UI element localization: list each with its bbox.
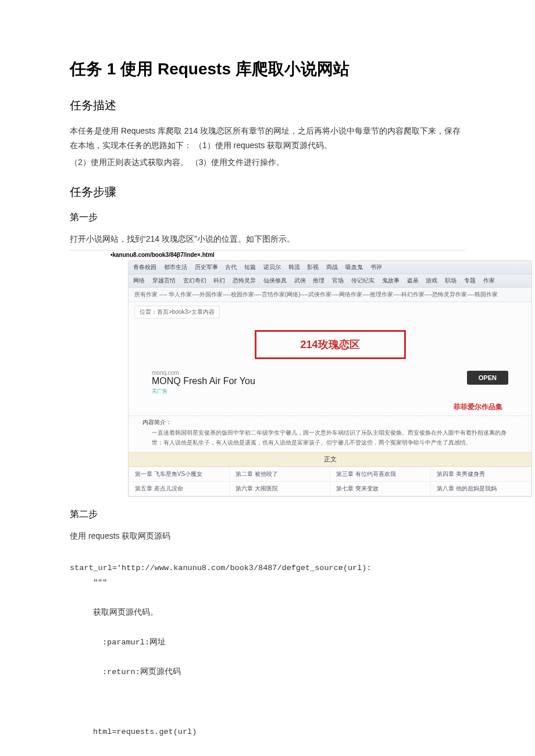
content-heading: 正文 [129,452,532,467]
section-task-desc: 任务描述 [70,98,465,113]
nav-item[interactable]: 游戏 [426,277,437,284]
code-line: html=requests.get(url) [70,725,465,740]
table-row: 第五章 差点儿没命 第六章 大闹医院 第七章 突来变故 第八章 他的后妈是我妈 [129,481,532,496]
nav-item[interactable]: 韩流 [288,264,300,270]
chapter-table: 第一章 飞车星角VS小魔女 第二章 被他咬了 第三章 有位约哥喜欢我 第四章 美… [129,467,532,496]
nav-item[interactable]: 吸血鬼 [345,264,363,270]
nav-item[interactable]: 推理 [313,277,324,284]
ad-domain: monq.com [152,370,255,376]
chapter-link[interactable]: 第一章 飞车星角VS小魔女 [129,467,230,481]
nav-item[interactable]: 短篇 [244,264,256,270]
novel-title-box: 214玫瑰恋区 [255,330,406,359]
nav-item[interactable]: 网络 [133,277,145,284]
intro-body: 一直迷着韩国明星安俊基的饭田中学初二年级学生宁馨儿，因一次意外车祸结识了乐队主唱… [142,428,518,447]
para-desc-1: 本任务是使用 Requests 库爬取 214 玫瑰恋区所有章节的网址，之后再将… [70,124,465,153]
nav-item[interactable]: 穿越言情 [152,277,176,284]
chapter-link[interactable]: 第七章 突来变故 [330,481,431,496]
intro-block: 内容简介： 一直迷着韩国明星安俊基的饭田中学初二年级学生宁馨儿，因一次意外车祸结… [129,415,532,452]
nav-item[interactable]: 恐怖灵异 [233,277,256,284]
nav-item[interactable]: 作家 [483,277,495,284]
author-links-row: 所有作家 ---- 华人作家----外国作家----校园作家----言情作家(网… [129,288,532,302]
nav-item[interactable]: 官场 [332,277,344,284]
ad-text-block: monq.com MONQ Fresh Air For You [152,370,255,386]
code-line: :return:网页源代码 [70,665,465,680]
nav-item[interactable]: 诺贝尔 [263,264,281,270]
chapter-link[interactable]: 第六章 大闹医院 [230,481,330,496]
ad-close-link[interactable]: 关广告 [129,388,532,395]
nav-item[interactable]: 古代 [225,264,237,270]
breadcrumb: 位置：首页>book3>文章内容 [134,306,220,318]
ad-headline: MONQ Fresh Air For You [152,376,255,386]
step-1-heading: 第一步 [70,212,465,224]
nav-item[interactable]: 都市生活 [164,264,187,270]
nav-item[interactable]: 玄幻奇幻 [183,277,206,284]
address-bar: •kanunu8.com/book3/84β7/inde×.html [70,250,465,260]
nav-item[interactable]: 仙侠修真 [263,277,287,284]
table-row: 第一章 飞车星角VS小魔女 第二章 被他咬了 第三章 有位约哥喜欢我 第四章 美… [129,467,532,481]
code-line: """ [70,575,465,590]
nav-item[interactable]: 职场 [445,277,456,284]
nav-item[interactable]: 影视 [307,264,319,270]
ad-banner: monq.com MONQ Fresh Air For You OPEN [129,365,532,389]
nav-item[interactable]: 武侠 [294,277,306,284]
nav-item[interactable]: 科幻 [213,277,225,284]
author-works-link[interactable]: 菲菲爱尔作品集 [129,395,532,413]
nav-item[interactable]: 商战 [326,264,338,270]
chapter-link[interactable]: 第四章 美男健身秀 [431,467,532,481]
chapter-link[interactable]: 第五章 差点儿没命 [129,481,230,496]
para-desc-2: （2）使用正则表达式获取内容。 （3）使用文件进行操作。 [70,155,465,170]
chapter-link[interactable]: 第三章 有位约哥喜欢我 [330,467,431,481]
nav-item[interactable]: 盗墓 [407,277,419,284]
browser-frame: 青春校园 都市生活 历史军事 古代 短篇 诺贝尔 韩流 影视 商战 吸血鬼 书评… [128,260,532,497]
nav-item[interactable]: 青春校园 [133,264,156,270]
nav-row-1: 青春校园 都市生活 历史军事 古代 短篇 诺贝尔 韩流 影视 商战 吸血鬼 书评 [129,261,532,274]
intro-heading: 内容简介： [142,418,518,427]
chapter-link[interactable]: 第八章 他的后妈是我妈 [431,481,532,496]
nav-item[interactable]: 专题 [464,277,476,284]
novel-title: 214玫瑰恋区 [256,338,404,352]
chapter-link[interactable]: 第二章 被他咬了 [230,467,330,481]
embedded-screenshot: •kanunu8.com/book3/84β7/inde×.html 青春校园 … [70,250,465,497]
code-line: start_url='http://www.kanunu8.com/book3/… [70,564,371,572]
step-2-heading: 第二步 [70,508,465,521]
code-block: start_url='http://www.kanunu8.com/book3/… [70,546,465,754]
section-task-steps: 任务步骤 [70,184,465,200]
nav-item[interactable]: 鬼故事 [382,277,400,284]
step-1-text: 打开小说网站，找到“214 玫瑰恋区”小说的位置。如下图所示。 [70,232,465,246]
code-line: 获取网页源代码。 [70,605,465,621]
ad-open-button[interactable]: OPEN [467,371,508,385]
nav-item[interactable]: 传记纪实 [351,277,374,284]
nav-item[interactable]: 历史军事 [195,264,218,270]
nav-row-2: 网络 穿越言情 玄幻奇幻 科幻 恐怖灵异 仙侠修真 武侠 推理 官场 传记纪实 … [129,274,532,288]
nav-item[interactable]: 书评 [370,264,382,270]
doc-title: 任务 1 使用 Requests 库爬取小说网站 [70,58,465,80]
code-line: :paramurl:网址 [70,635,465,650]
step-2-text: 使用 requests 获取网页源码 [70,529,465,543]
